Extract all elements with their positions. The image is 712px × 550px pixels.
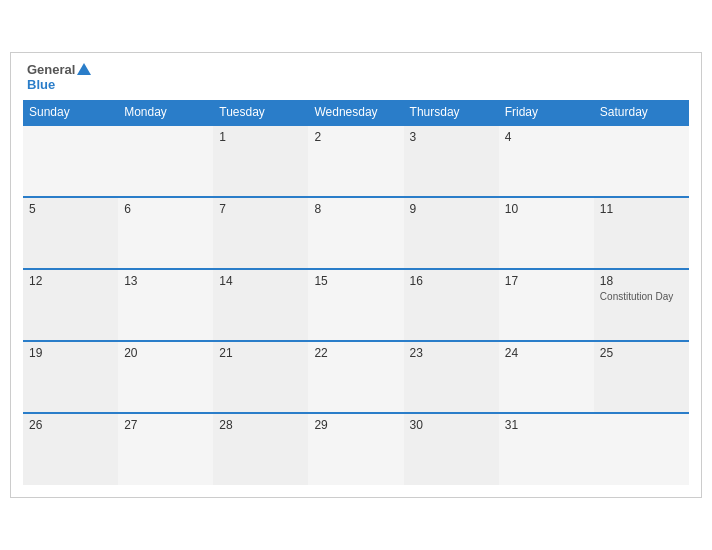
weekday-header-wednesday: Wednesday <box>308 100 403 125</box>
day-number: 16 <box>410 274 493 288</box>
day-number: 3 <box>410 130 493 144</box>
holiday-name: Constitution Day <box>600 290 683 303</box>
day-number: 25 <box>600 346 683 360</box>
weekday-header-friday: Friday <box>499 100 594 125</box>
day-cell: 7 <box>213 197 308 269</box>
week-row-4: 19202122232425 <box>23 341 689 413</box>
weekday-header-thursday: Thursday <box>404 100 499 125</box>
day-cell: 3 <box>404 125 499 197</box>
day-cell: 26 <box>23 413 118 485</box>
day-cell: 15 <box>308 269 403 341</box>
day-cell: 13 <box>118 269 213 341</box>
day-number: 1 <box>219 130 302 144</box>
logo-triangle-icon <box>77 63 91 75</box>
day-cell: 2 <box>308 125 403 197</box>
day-number: 7 <box>219 202 302 216</box>
day-number: 14 <box>219 274 302 288</box>
day-cell <box>118 125 213 197</box>
day-cell: 8 <box>308 197 403 269</box>
day-cell: 19 <box>23 341 118 413</box>
day-cell: 18Constitution Day <box>594 269 689 341</box>
day-cell: 16 <box>404 269 499 341</box>
day-number: 17 <box>505 274 588 288</box>
day-number: 30 <box>410 418 493 432</box>
week-row-5: 262728293031 <box>23 413 689 485</box>
day-cell: 21 <box>213 341 308 413</box>
calendar-body: 123456789101112131415161718Constitution … <box>23 125 689 485</box>
weekday-header-sunday: Sunday <box>23 100 118 125</box>
day-cell: 17 <box>499 269 594 341</box>
day-cell: 12 <box>23 269 118 341</box>
day-cell: 5 <box>23 197 118 269</box>
day-cell: 29 <box>308 413 403 485</box>
day-cell: 4 <box>499 125 594 197</box>
day-cell: 14 <box>213 269 308 341</box>
day-number: 11 <box>600 202 683 216</box>
logo-general-text: General <box>27 63 75 77</box>
day-cell: 11 <box>594 197 689 269</box>
day-number: 31 <box>505 418 588 432</box>
day-cell: 1 <box>213 125 308 197</box>
day-number: 5 <box>29 202 112 216</box>
day-number: 21 <box>219 346 302 360</box>
calendar-weekday-header: SundayMondayTuesdayWednesdayThursdayFrid… <box>23 100 689 125</box>
weekday-header-saturday: Saturday <box>594 100 689 125</box>
week-row-2: 567891011 <box>23 197 689 269</box>
calendar-container: GeneralBlue SundayMondayTuesdayWednesday… <box>10 52 702 498</box>
day-cell: 10 <box>499 197 594 269</box>
day-number: 6 <box>124 202 207 216</box>
day-number: 19 <box>29 346 112 360</box>
day-number: 13 <box>124 274 207 288</box>
day-number: 4 <box>505 130 588 144</box>
day-cell: 27 <box>118 413 213 485</box>
day-number: 10 <box>505 202 588 216</box>
day-cell <box>23 125 118 197</box>
day-cell <box>594 125 689 197</box>
day-cell: 22 <box>308 341 403 413</box>
day-cell: 23 <box>404 341 499 413</box>
day-cell: 28 <box>213 413 308 485</box>
calendar-header: GeneralBlue <box>23 63 689 92</box>
day-number: 28 <box>219 418 302 432</box>
day-cell: 20 <box>118 341 213 413</box>
day-number: 2 <box>314 130 397 144</box>
day-number: 24 <box>505 346 588 360</box>
day-number: 20 <box>124 346 207 360</box>
day-number: 26 <box>29 418 112 432</box>
day-number: 12 <box>29 274 112 288</box>
day-number: 18 <box>600 274 683 288</box>
logo: GeneralBlue <box>27 63 91 92</box>
logo-blue-text: Blue <box>27 78 55 92</box>
week-row-3: 12131415161718Constitution Day <box>23 269 689 341</box>
day-cell: 6 <box>118 197 213 269</box>
day-cell: 30 <box>404 413 499 485</box>
day-cell: 31 <box>499 413 594 485</box>
calendar-grid: SundayMondayTuesdayWednesdayThursdayFrid… <box>23 100 689 485</box>
day-number: 15 <box>314 274 397 288</box>
day-cell <box>594 413 689 485</box>
day-number: 22 <box>314 346 397 360</box>
weekday-header-tuesday: Tuesday <box>213 100 308 125</box>
weekday-header-monday: Monday <box>118 100 213 125</box>
day-cell: 24 <box>499 341 594 413</box>
day-number: 29 <box>314 418 397 432</box>
day-number: 8 <box>314 202 397 216</box>
weekday-row: SundayMondayTuesdayWednesdayThursdayFrid… <box>23 100 689 125</box>
day-number: 27 <box>124 418 207 432</box>
day-cell: 9 <box>404 197 499 269</box>
week-row-1: 1234 <box>23 125 689 197</box>
day-number: 9 <box>410 202 493 216</box>
day-number: 23 <box>410 346 493 360</box>
day-cell: 25 <box>594 341 689 413</box>
